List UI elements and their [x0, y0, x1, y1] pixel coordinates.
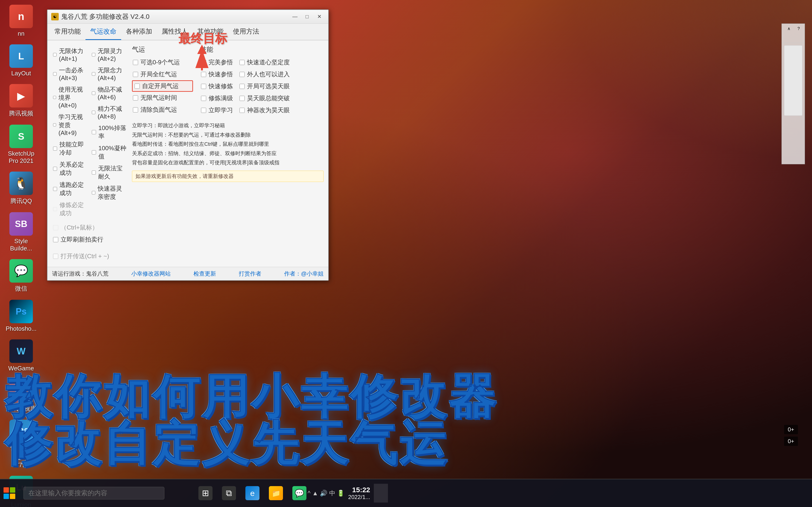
- checkbox-spirit-affinity-input[interactable]: [92, 190, 95, 195]
- arrow-indicator: [193, 45, 211, 74]
- show-desktop-button[interactable]: [374, 484, 388, 503]
- checkbox-qiyun-red-input[interactable]: [133, 72, 138, 77]
- window-content: 无限体力(Alt+1) 一击必杀(Alt+3) 使用无视境界(Alt+0): [47, 40, 328, 267]
- checkbox-ignore-realm-input[interactable]: [53, 95, 56, 100]
- taskbar: ⊞ ⧉ e 📁 💬 ^ ▲ 🔊 中 🔋 15:22 2022/1...: [0, 479, 812, 507]
- desktop-icon-t20[interactable]: T20 T20天正建...V7.0: [5, 420, 38, 469]
- second-window-help[interactable]: ?: [794, 25, 803, 32]
- footer-check-update-link[interactable]: 检查更新: [194, 270, 216, 277]
- checkbox-more-1-input[interactable]: [53, 254, 58, 259]
- taskbar-search-input[interactable]: [23, 487, 164, 500]
- taskbar-icon-edge[interactable]: e: [244, 485, 261, 501]
- desc-1: 无限气运时间：不想要的气运，可通过本修改器删除: [132, 130, 324, 139]
- menu-common[interactable]: 常用功能: [50, 24, 86, 40]
- checkbox-more-1: 打开传送(Ctrl + ~): [52, 250, 127, 262]
- second-window-chevron[interactable]: ∧: [784, 25, 793, 32]
- desktop-icon-wegame[interactable]: W WeGame: [5, 339, 38, 372]
- checkbox-drop-rate-input[interactable]: [92, 129, 96, 135]
- desktop-icon-photoshop[interactable]: Ps Photosho...: [5, 300, 38, 332]
- desktop-icon-style-builder[interactable]: SB Style Builde...: [5, 212, 38, 252]
- checkbox-haotian-eye-breakthrough-input[interactable]: [239, 96, 245, 101]
- checkbox-cultivate-max-input[interactable]: [201, 96, 206, 101]
- taskbar-icon-taskview[interactable]: ⧉: [221, 485, 237, 501]
- desktop-icon-qq[interactable]: 🐧 腾讯QQ: [5, 172, 38, 205]
- desc-2: 看地图时传送：看地图时按住左Ctrl键，鼠标点哪里就到哪里: [132, 139, 324, 149]
- tencent-video-label: 腾讯影视库: [6, 404, 37, 413]
- checkbox-qiyun-select-input[interactable]: [133, 60, 138, 65]
- checkbox-one-hit-input[interactable]: [53, 71, 57, 76]
- qq-icon: 🐧: [9, 172, 33, 195]
- extra-refresh-auction-input[interactable]: [53, 237, 58, 242]
- checkbox-item-nodec-input[interactable]: [92, 91, 95, 96]
- taskbar-icon-explorer[interactable]: 📁: [268, 485, 284, 501]
- extra-ctrl-mouse-input[interactable]: [53, 225, 58, 230]
- checkbox-fast-cultivate-input[interactable]: [201, 84, 206, 89]
- taskbar-icon-windows[interactable]: ⊞: [197, 485, 214, 501]
- desktop-icon-sketchup[interactable]: S SketchUpPro 2021: [5, 125, 38, 165]
- windows-start-button[interactable]: [0, 484, 19, 503]
- checkbox-qiyun-select: 可选0-9个气运: [132, 56, 193, 68]
- jineng-cols: 完美参悟 快速参悟 快速修炼: [200, 56, 324, 116]
- tray-icons: ^ ▲ 🔊 中 🔋: [308, 489, 344, 497]
- menu-howto[interactable]: 使用方法: [228, 24, 264, 40]
- checkbox-unlimited-hp-input[interactable]: [53, 52, 57, 57]
- checkbox-qiyun-unlimited-time-input[interactable]: [133, 95, 138, 101]
- system-tray: ^ ▲ 🔊 中 🔋 15:22 2022/1...: [308, 484, 388, 503]
- checkbox-qiyun-unlimited-time: 无限气运时间: [132, 92, 193, 104]
- desktop-icon-nn[interactable]: n nn: [5, 5, 38, 37]
- checkbox-cultivate-success-input[interactable]: [53, 207, 57, 212]
- checkbox-escape-success-input[interactable]: [53, 186, 57, 191]
- checkbox-outsider-enter-input[interactable]: [239, 72, 245, 77]
- title-left: ☯ 鬼谷八荒 多功能修改器 V2.4.0: [51, 12, 150, 21]
- checkbox-ignore-talent-input[interactable]: [53, 122, 56, 127]
- menu-add[interactable]: 各种添加: [121, 24, 157, 40]
- checkbox-relation-success: 关系必定成功: [52, 159, 89, 179]
- menu-qiyun[interactable]: 气运改命: [86, 24, 121, 40]
- second-window-controls: ∧ ?: [782, 24, 805, 34]
- footer-donate-link[interactable]: 打赏作者: [239, 270, 261, 277]
- checkbox-instant-learn: 立即学习: [200, 104, 234, 116]
- date-display: 2022/1...: [348, 494, 370, 500]
- desktop-icon-tencent-video[interactable]: ▶ 腾讯影视库: [5, 379, 38, 413]
- checkbox-cultivate-max: 修炼满级: [200, 92, 234, 104]
- close-button[interactable]: ✕: [314, 13, 325, 20]
- app-icon: ☯: [51, 13, 59, 20]
- checkbox-artifact-haotian-input[interactable]: [239, 108, 245, 113]
- checkbox-haotian-eye-start-input[interactable]: [239, 84, 245, 89]
- desktop-icon-qq-video[interactable]: ▶ 腾讯视频: [5, 84, 38, 118]
- second-window: ∧ ?: [781, 23, 805, 164]
- wegame-label: WeGame: [8, 365, 34, 372]
- checkbox-unlimited-mp: 无限灵力(Alt+2): [91, 45, 127, 64]
- checkbox-relation-success-input[interactable]: [53, 166, 57, 171]
- footer-website-link[interactable]: 小幸修改器网站: [131, 270, 171, 277]
- checkbox-fast-daoxin-input[interactable]: [239, 60, 245, 65]
- desktop-icon-layout[interactable]: L LayOut: [5, 44, 38, 77]
- taskbar-icon-wechat-taskbar[interactable]: 💬: [291, 485, 308, 501]
- checkbox-treasure-durability-input[interactable]: [92, 170, 96, 175]
- window-title: 鬼谷八荒 多功能修改器 V2.4.0: [61, 12, 150, 21]
- app-window: ☯ 鬼谷八荒 多功能修改器 V2.4.0 — □ ✕ 常用功能 气运改命 各种添…: [47, 9, 329, 281]
- qq-video-label: 腾讯视频: [9, 109, 33, 118]
- checkbox-seed-value-input[interactable]: [92, 150, 96, 155]
- right-sections: 气运 可选0-9个气运 开局全红气运 自定开局气运: [132, 45, 324, 116]
- checkbox-skill-cooldown-input[interactable]: [53, 146, 57, 151]
- taskbar-search-area: [23, 487, 188, 500]
- checkbox-unlimited-mp-input[interactable]: [92, 52, 95, 57]
- checkbox-qiyun-custom-input[interactable]: [134, 83, 140, 89]
- warning-box: 如果游戏更新后有功能失效，请重新修改器: [132, 171, 324, 182]
- checkbox-cultivate-success: 修炼必定成功: [52, 199, 89, 219]
- checkbox-qiyun-clear-negative-input[interactable]: [133, 107, 138, 112]
- maximize-button[interactable]: □: [302, 13, 312, 20]
- minimize-button[interactable]: —: [290, 13, 300, 20]
- checkbox-unlimited-nianli-input[interactable]: [92, 71, 95, 76]
- footer-author-link[interactable]: 作者：@小幸姐: [284, 270, 324, 277]
- checkbox-col-right: 无限灵力(Alt+2) 无限念力(Alt+4) 物品不减(Alt+6): [91, 45, 127, 219]
- tencent-video-icon: ▶: [9, 379, 33, 402]
- nn-label: nn: [18, 30, 25, 37]
- win-logo-red: [4, 487, 9, 493]
- style-builder-icon: SB: [9, 212, 33, 236]
- desktop-icon-wechat[interactable]: 💬 微信: [5, 259, 38, 293]
- checkbox-energy-nodec-input[interactable]: [92, 110, 95, 115]
- checkbox-instant-learn-input[interactable]: [201, 108, 206, 113]
- checkbox-item-nodec: 物品不减(Alt+6): [91, 83, 127, 103]
